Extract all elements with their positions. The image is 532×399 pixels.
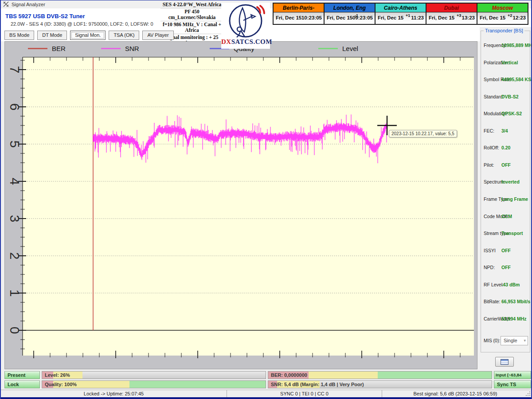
bar-label: BER: 0,0000000 (271, 372, 307, 379)
mis-selected-value: Single (504, 338, 517, 343)
transponder-row-value: 3/4 (501, 128, 508, 133)
transponder-row-label: FEC: (484, 128, 494, 133)
clock-city: Moscow (477, 4, 528, 12)
clock-time-row: Fri, Dec 15+111:23 (376, 12, 426, 24)
bar-label: Quality: 100% (45, 381, 77, 388)
mis-select[interactable]: Single ▾ (501, 336, 528, 345)
transponder-row-value: QPSK-S2 (501, 111, 522, 116)
clock-utc-offset: +2 (508, 13, 512, 18)
bar-segment (309, 372, 378, 379)
clock-time-row: Fri, Dec 15-109:23:05 (325, 12, 375, 24)
tab-tsa-ok[interactable]: TSA (OK) (109, 31, 139, 40)
clock-utc-offset: +3 (457, 13, 461, 18)
transponder-row: Polarization:Vertical (481, 60, 530, 67)
dxsatcs-logo: DXSATCS.COM (221, 3, 270, 49)
transponder-row-label: BitRate: (484, 299, 500, 304)
tab-signal-mon[interactable]: Signal Mon. (70, 31, 106, 40)
transponder-row-value: Vertical (501, 60, 518, 65)
tab-av-player[interactable]: AV Player (142, 31, 173, 40)
satellite-dish-icon (222, 3, 270, 39)
bar-label: SNR: 5,4 dB (Margin: 1,4 dB | Very Poor) (271, 381, 364, 388)
window-title: Signal Analyzer (12, 2, 45, 7)
app-icon (3, 1, 9, 8)
mis-label: MIS (0): (484, 338, 500, 343)
list-icon (501, 359, 509, 365)
clock-cell: London, EngFri, Dec 15-109:23:05 (325, 4, 376, 24)
snr-bar: SNR: 5,4 dB (Margin: 1,4 dB | Very Poor) (268, 380, 492, 388)
transponder-row: Stream type:Transport (481, 231, 530, 238)
sync-status: SYNC 0 | TEI 0 | CC 0 (227, 390, 382, 398)
transponder-row-label: RollOff: (484, 145, 499, 150)
transponder-row: RollOff:0.20 (481, 145, 530, 152)
chevron-down-icon: ▾ (524, 336, 526, 345)
transponder-row-value: Long Frame (501, 196, 528, 202)
signal-status-bars: Present Level: 26% BER: 0,0000000 Input … (1, 369, 531, 390)
transponder-row-label: ISSYI (484, 248, 496, 253)
clock-date: Fri, Dec 15 (480, 15, 505, 20)
transponder-row-value: OFF (501, 162, 511, 168)
clock-city: Berlin-Paris-Vienna-Roma (274, 4, 324, 12)
clock-cell: MoscowFri, Dec 15+212:23 (477, 4, 528, 24)
tuner-title: TBS 5927 USB DVB-S2 Tuner (5, 13, 85, 20)
clock-cell: DubaiFri, Dec 15+313:23 (426, 4, 477, 24)
transponder-row-value: OFF (501, 248, 511, 253)
transponder-row-value: 53,994 MHz (501, 316, 527, 321)
lock-indicator: Lock (4, 380, 40, 388)
transponder-row-value: 10985,889 MHz (501, 43, 532, 48)
transponder-row: BitRate:66,953 Mbit/s (481, 299, 530, 306)
window-bottom-border (1, 397, 531, 399)
transponder-row: Pilot:OFF (481, 162, 530, 169)
transponder-row-value: CCM (501, 214, 512, 219)
clock-date: Fri, Dec 15 (276, 15, 301, 20)
transponder-row: RF Level:-43 dBm (481, 282, 530, 289)
clock-city: Dubai (426, 4, 477, 12)
transponder-row: Spectrum:Inverted (481, 179, 530, 186)
transponder-row-value: -43 dBm (501, 282, 520, 287)
transponder-row-value: 44995,584 KS/s (501, 77, 532, 82)
transponder-groupbox: Transponder [BS] MIS (0): Single ▾ Frequ… (481, 31, 530, 352)
tab-bs-mode[interactable]: BS Mode (4, 31, 34, 40)
ts-list-button[interactable] (495, 357, 514, 367)
clock-cell: Berlin-Paris-Vienna-RomaFri, Dec 1510:23… (274, 4, 325, 24)
transponder-sidebar: Transponder [BS] MIS (0): Single ▾ Frequ… (480, 27, 531, 369)
transponder-row-label: Standard: (484, 94, 504, 99)
clock-time: 13:23 (462, 15, 475, 20)
clock-cell: Cairo-AthensFri, Dec 15+111:23 (376, 4, 426, 24)
input-indicator: Input (~63,84 Mbps) (494, 371, 531, 379)
transponder-row-value: DVB-S2 (501, 94, 519, 99)
tab-dt-mode[interactable]: DT Mode (37, 31, 67, 40)
transponder-row: Frame Type:Long Frame (481, 196, 530, 203)
ber-bar: BER: 0,0000000 (268, 371, 492, 379)
logo-text: DXSATCS.COM (221, 38, 270, 46)
transponder-row: NPD:OFF (481, 265, 530, 272)
transponder-row: Code Mode:CCM (481, 214, 530, 221)
resize-grip[interactable] (525, 391, 531, 397)
clock-time-row: Fri, Dec 1510:23:05 (274, 12, 324, 24)
transponder-row-value: Inverted (501, 179, 520, 184)
clock-date: Fri, Dec 15 (378, 15, 403, 20)
mode-tabs: BS ModeDT ModeSignal Mon.TSA (OK)AV Play… (4, 31, 174, 40)
clock-date: Fri, Dec 15 (327, 15, 352, 20)
bar-label: Level: 26% (45, 372, 70, 379)
tuner-subtitle: 22.0W - SES 4 (ID: 3380) @ LOF1: 9750000… (11, 21, 153, 27)
chart-tooltip: 2023-12-15 10.22.17, value: 5,5 (389, 130, 457, 137)
clock-time: 11:23 (411, 15, 424, 20)
clock-city: Cairo-Athens (376, 4, 426, 12)
sync-ts-indicator: Sync TS (494, 380, 531, 388)
transponder-row-label: RF Level: (484, 282, 504, 287)
mis-row: MIS (0): Single ▾ (481, 338, 530, 348)
uptime-status: Locked -> Uptime: 25:07:45 (1, 390, 227, 398)
info-line: PF 450 cm_Lucenec/Slovakia (160, 8, 223, 21)
clock-time: 12:23 (513, 15, 526, 20)
transponder-row: Frequency:10985,889 MHz (481, 43, 530, 50)
transponder-row-value: 66,953 Mbit/s (501, 299, 530, 304)
signal-analyzer-window: Signal Analyzer TBS 5927 USB DVB-S2 Tune… (0, 0, 532, 399)
transponder-row-value: Transport (501, 231, 523, 236)
clock-time: 10:23:05 (301, 15, 322, 20)
transponder-row: Modulation:QPSK-S2 (481, 111, 530, 118)
transponder-row: ISSYIOFF (481, 248, 530, 255)
world-clocks: Berlin-Paris-Vienna-RomaFri, Dec 1510:23… (273, 3, 528, 25)
clock-time-row: Fri, Dec 15+212:23 (477, 12, 528, 24)
clock-time-row: Fri, Dec 15+313:23 (426, 12, 477, 24)
clock-city: London, Eng (325, 4, 375, 12)
